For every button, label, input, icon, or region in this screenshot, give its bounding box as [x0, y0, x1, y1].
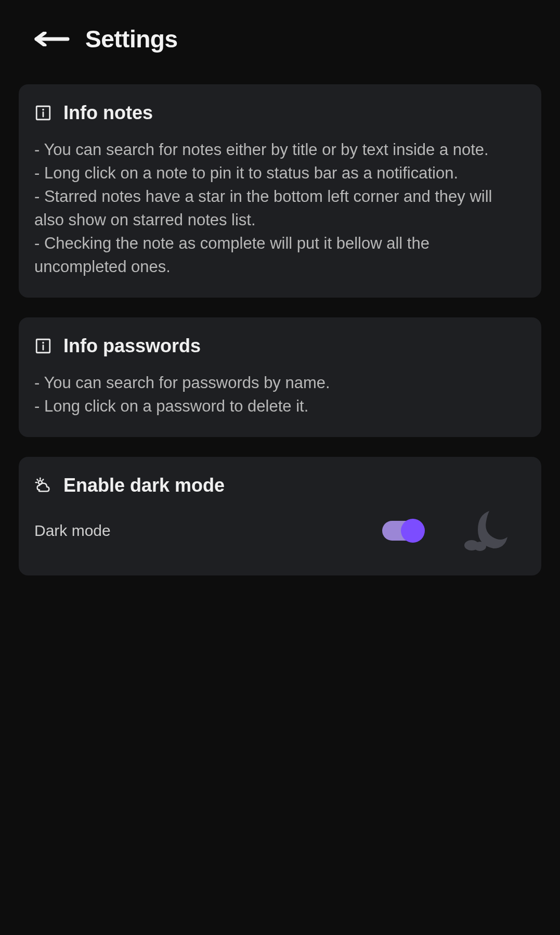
card-header: Info passwords: [34, 335, 526, 357]
card-title: Info passwords: [63, 335, 201, 357]
dark-mode-card: Enable dark mode Dark mode: [19, 457, 541, 575]
svg-point-3: [42, 109, 44, 111]
info-line: - You can search for notes either by tit…: [34, 138, 526, 162]
dark-mode-toggle[interactable]: [382, 521, 423, 541]
dark-mode-row: Dark mode: [34, 505, 526, 557]
night-moon-icon: [458, 505, 510, 557]
card-header: Enable dark mode: [34, 475, 526, 496]
info-icon: [34, 104, 52, 122]
info-line: - Checking the note as complete will put…: [34, 232, 526, 279]
card-title: Enable dark mode: [63, 475, 225, 496]
sun-cloud-icon: [34, 477, 52, 494]
card-header: Info notes: [34, 102, 526, 124]
page-title: Settings: [85, 25, 177, 53]
arrow-left-icon: [33, 32, 70, 46]
toggle-knob: [401, 519, 425, 543]
svg-point-13: [474, 542, 486, 551]
info-notes-card: Info notes - You can search for notes ei…: [19, 84, 541, 298]
info-passwords-card: Info passwords - You can search for pass…: [19, 317, 541, 437]
card-title: Info notes: [63, 102, 153, 124]
app-header: Settings: [0, 0, 560, 68]
info-line: - Starred notes have a star in the botto…: [34, 185, 526, 232]
info-line: - Long click on a password to delete it.: [34, 395, 526, 418]
info-icon: [34, 337, 52, 355]
back-button[interactable]: [33, 29, 70, 49]
svg-point-6: [42, 341, 44, 343]
info-line: - You can search for passwords by name.: [34, 372, 526, 395]
content: Info notes - You can search for notes ei…: [0, 84, 560, 575]
dark-mode-label: Dark mode: [34, 522, 111, 540]
svg-line-10: [37, 479, 37, 480]
svg-line-11: [43, 479, 43, 480]
info-line: - Long click on a note to pin it to stat…: [34, 162, 526, 185]
